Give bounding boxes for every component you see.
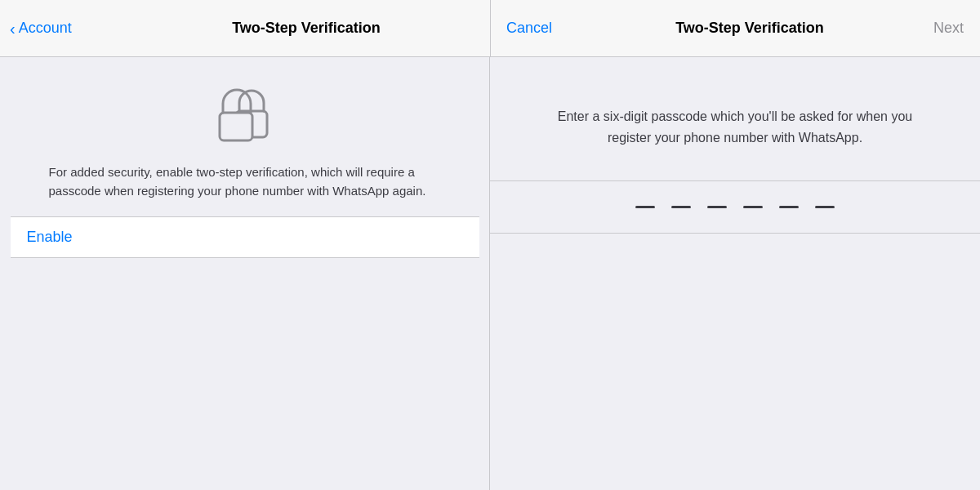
back-button[interactable]: Account xyxy=(19,20,72,37)
passcode-digit-2 xyxy=(671,206,691,208)
passcode-digit-6 xyxy=(815,206,835,208)
lock-icon xyxy=(208,74,282,147)
nav-right-section: Cancel Two-Step Verification Next xyxy=(490,0,980,57)
enable-button[interactable]: Enable xyxy=(11,217,479,257)
right-panel: Enter a six-digit passcode which you'll … xyxy=(490,57,980,490)
passcode-digit-4 xyxy=(743,206,763,208)
nav-title-left: Two-Step Verification xyxy=(232,20,381,36)
back-icon: ‹ xyxy=(10,20,16,37)
passcode-digit-1 xyxy=(635,206,655,208)
cancel-button[interactable]: Cancel xyxy=(490,20,568,37)
enable-button-container: Enable xyxy=(11,216,479,258)
left-panel: For added security, enable two-step veri… xyxy=(0,57,490,490)
svg-rect-1 xyxy=(220,113,252,140)
next-button[interactable]: Next xyxy=(917,20,980,37)
navigation-bar: ‹ Account Two-Step Verification Cancel T… xyxy=(0,0,980,57)
passcode-description: Enter a six-digit passcode which you'll … xyxy=(523,106,947,148)
lock-icon-container xyxy=(208,74,282,147)
nav-title-left-container: Two-Step Verification xyxy=(122,20,490,37)
description-text: For added security, enable two-step veri… xyxy=(24,163,466,200)
passcode-digit-3 xyxy=(707,206,727,208)
passcode-bottom-divider xyxy=(490,233,980,234)
passcode-input-area[interactable] xyxy=(635,198,835,216)
passcode-digit-5 xyxy=(779,206,799,208)
main-content: For added security, enable two-step veri… xyxy=(0,57,980,490)
passcode-top-divider xyxy=(490,180,980,181)
